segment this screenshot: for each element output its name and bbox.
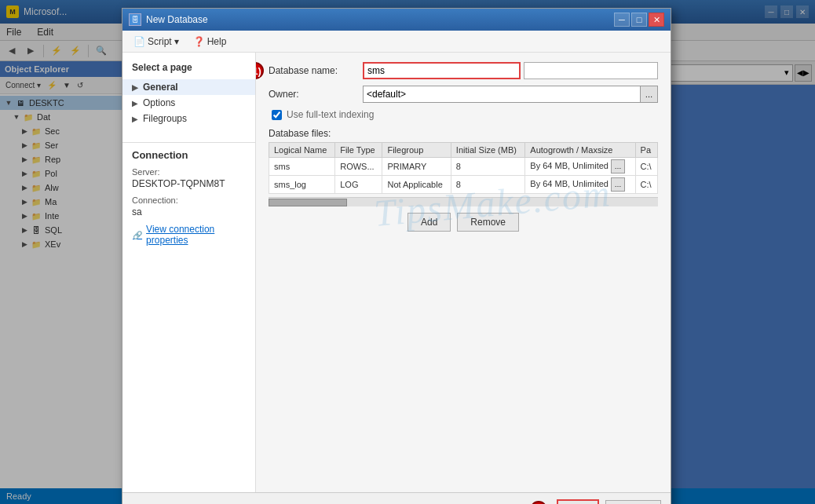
files-table-body: sms ROWS... PRIMARY 8 By 64 MB, Unlimite…	[269, 158, 658, 194]
modal-main-content: (1) Database name: Owner: …	[256, 53, 671, 492]
modal-dialog-icon: 🗄	[129, 13, 141, 26]
files-label: Database files:	[269, 128, 658, 139]
view-connection-props-link[interactable]: 🔗 View connection properties	[132, 224, 246, 246]
modal-titlebar: 🗄 New Database ─ □ ✕	[122, 9, 671, 31]
row1-filegroup: PRIMARY	[382, 158, 451, 176]
scrollbar-thumb[interactable]	[269, 199, 347, 206]
db-name-extra-input[interactable]	[524, 62, 658, 79]
col-file-type: File Type	[335, 143, 382, 158]
database-files-section: Database files: Logical Name File Type F…	[269, 128, 658, 206]
modal-overlay: 🗄 New Database ─ □ ✕ 📄 Script ▾ ❓ Help	[0, 0, 815, 504]
col-autogrowth: Autogrowth / Maxsize	[525, 143, 635, 158]
modal-sidebar: Select a page ▶ General ▶ Options ▶ File…	[122, 53, 256, 492]
table-row[interactable]: sms_log LOG Not Applicable 8 By 64 MB, U…	[269, 176, 658, 194]
row2-path: C:\	[635, 176, 657, 194]
db-name-input[interactable]	[363, 62, 521, 79]
fulltext-row: Use full-text indexing	[269, 109, 658, 120]
add-button[interactable]: Add	[408, 213, 451, 232]
row1-file-type: ROWS...	[335, 158, 382, 176]
horizontal-scrollbar[interactable]	[269, 197, 658, 206]
owner-input[interactable]	[363, 86, 641, 103]
connection-label: Connection:	[132, 195, 246, 205]
row1-autogrowth-btn[interactable]: …	[611, 159, 625, 173]
col-logical-name: Logical Name	[269, 143, 335, 158]
connection-section: Connection Server: DESKTOP-TQPNM8T Conne…	[122, 142, 255, 252]
files-header-row: Logical Name File Type Filegroup Initial…	[269, 143, 658, 158]
server-value: DESKTOP-TQPNM8T	[132, 178, 246, 189]
callout-1: (1)	[256, 62, 264, 79]
fulltext-label: Use full-text indexing	[287, 109, 374, 120]
connection-header: Connection	[132, 149, 246, 161]
modal-footer: (2) OK Cancel	[122, 492, 671, 504]
row2-filegroup: Not Applicable	[382, 176, 451, 194]
help-button[interactable]: ❓ Help	[188, 35, 232, 49]
arrow-icon-2: ▶	[132, 99, 138, 108]
select-page-header: Select a page	[122, 59, 255, 79]
connection-link-icon: 🔗	[132, 228, 143, 241]
modal-minimize-button[interactable]: ─	[614, 13, 630, 27]
script-dropdown-icon: ▾	[174, 36, 179, 47]
row2-logical-name: sms_log	[269, 176, 335, 194]
row1-logical-name: sms	[269, 158, 335, 176]
db-name-label: Database name:	[269, 65, 363, 76]
add-remove-buttons: Add Remove	[269, 213, 658, 232]
script-button[interactable]: 📄 Script ▾	[129, 35, 184, 49]
arrow-icon-3: ▶	[132, 115, 138, 123]
script-icon: 📄	[133, 36, 145, 47]
row2-initial-size: 8	[451, 176, 524, 194]
sidebar-options-label: Options	[143, 97, 175, 108]
modal-title: New Database	[146, 14, 614, 25]
ok-button[interactable]: OK	[557, 499, 598, 504]
db-name-row: Database name:	[269, 62, 658, 79]
owner-browse-button[interactable]: …	[641, 86, 658, 103]
row1-initial-size: 8	[451, 158, 524, 176]
sidebar-filegroups-label: Filegroups	[143, 113, 187, 124]
row2-autogrowth: By 64 MB, Unlimited …	[525, 176, 635, 194]
cancel-button[interactable]: Cancel	[605, 500, 661, 504]
row2-file-type: LOG	[335, 176, 382, 194]
callout-2: (2)	[530, 501, 547, 504]
remove-button[interactable]: Remove	[457, 213, 519, 232]
modal-controls: ─ □ ✕	[614, 13, 664, 27]
arrow-icon: ▶	[132, 83, 138, 92]
new-database-dialog: 🗄 New Database ─ □ ✕ 📄 Script ▾ ❓ Help	[122, 8, 671, 504]
fulltext-checkbox[interactable]	[272, 110, 282, 120]
owner-input-group: …	[363, 86, 658, 103]
row1-autogrowth: By 64 MB, Unlimited …	[525, 158, 635, 176]
help-label: Help	[207, 36, 227, 47]
sidebar-item-options[interactable]: ▶ Options	[122, 95, 255, 111]
row1-path: C:\	[635, 158, 657, 176]
help-icon: ❓	[193, 36, 205, 47]
files-table-scroll[interactable]: Logical Name File Type Filegroup Initial…	[269, 142, 658, 206]
owner-row: Owner: …	[269, 86, 658, 103]
files-table-header: Logical Name File Type Filegroup Initial…	[269, 143, 658, 158]
connection-value: sa	[132, 206, 246, 217]
view-connection-props-label: View connection properties	[146, 224, 246, 246]
row2-autogrowth-btn[interactable]: …	[611, 177, 625, 192]
sidebar-item-filegroups[interactable]: ▶ Filegroups	[122, 111, 255, 126]
table-row[interactable]: sms ROWS... PRIMARY 8 By 64 MB, Unlimite…	[269, 158, 658, 176]
script-label: Script	[148, 36, 172, 47]
col-initial-size: Initial Size (MB)	[451, 143, 524, 158]
files-table: Logical Name File Type Filegroup Initial…	[269, 142, 658, 194]
sidebar-general-label: General	[143, 82, 178, 93]
modal-maximize-button[interactable]: □	[631, 13, 647, 27]
modal-toolbar: 📄 Script ▾ ❓ Help	[122, 31, 671, 53]
col-filegroup: Filegroup	[382, 143, 451, 158]
server-label: Server:	[132, 167, 246, 177]
sidebar-item-general[interactable]: ▶ General	[122, 79, 255, 95]
col-path: Pa	[635, 143, 657, 158]
owner-label: Owner:	[269, 89, 363, 100]
modal-close-button[interactable]: ✕	[649, 13, 664, 27]
modal-body: Select a page ▶ General ▶ Options ▶ File…	[122, 53, 671, 492]
